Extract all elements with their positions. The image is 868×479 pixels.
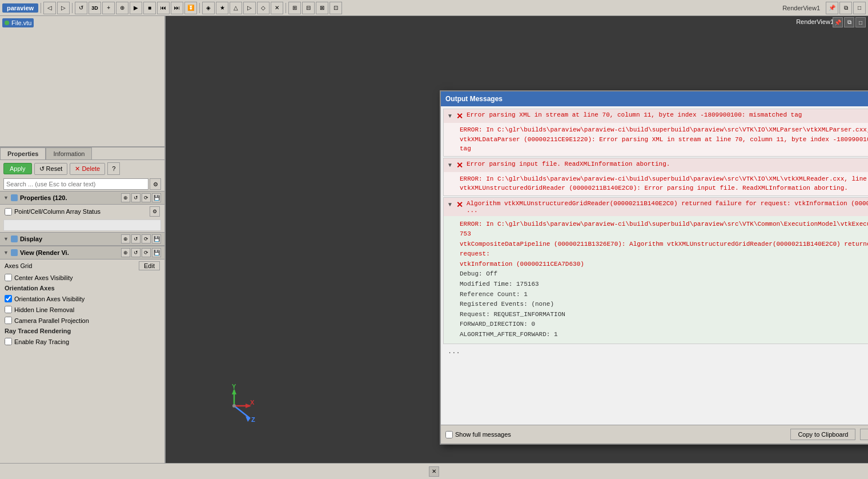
tab-properties[interactable]: Properties <box>0 147 46 159</box>
camera-parallel-checkbox[interactable] <box>5 317 12 324</box>
toolbar-btn-8[interactable]: ⏮ <box>157 2 170 14</box>
display-section-header[interactable]: ▼ Display ⊕ ↺ ⟳ 💾 <box>0 232 164 246</box>
camera-parallel-row: Camera Parallel Projection <box>0 315 164 326</box>
msg1-detail-line-2: vtkXMLDataParser (00000211CE9E1220): Err… <box>460 135 868 154</box>
ray-tracing-checkbox[interactable] <box>5 338 12 345</box>
reset-button[interactable]: ↺ Reset <box>34 163 68 175</box>
view-save-btn[interactable]: 💾 <box>152 248 161 257</box>
msg3-detail-line-10: ALGORITHM_AFTER_FORWARD: 1 <box>460 330 868 340</box>
toolbar-separator-2 <box>72 3 73 13</box>
message-item-1: ▼ ✕ Error parsing XML in stream at line … <box>443 109 868 157</box>
toolbar-btn-6[interactable]: ▶ <box>130 2 142 14</box>
toolbar-btn-4[interactable]: + <box>102 2 115 14</box>
tab-information[interactable]: Information <box>46 147 92 159</box>
props-refresh-btn[interactable]: ⟳ <box>142 193 151 202</box>
rv-restore-btn[interactable]: ⧉ <box>844 17 854 27</box>
toolbar-btn-18[interactable]: ⊟ <box>302 2 315 14</box>
rv-max-btn[interactable]: □ <box>855 17 866 27</box>
msg3-detail-line-5: Modified Time: 175163 <box>460 280 868 290</box>
props-restore-btn[interactable]: ↺ <box>131 193 140 202</box>
toolbar-separator-3 <box>199 3 200 13</box>
msg2-expand-icon: ▼ <box>447 162 453 168</box>
center-axes-row: Center Axes Visibility <box>0 272 164 283</box>
hidden-line-checkbox[interactable] <box>5 306 12 313</box>
toolbar-3d-btn[interactable]: 3D <box>89 2 101 14</box>
view-color-block <box>11 249 18 256</box>
toolbar-btn-7[interactable]: ■ <box>143 2 156 14</box>
toolbar-btn-19[interactable]: ⊠ <box>316 2 328 14</box>
message-detail-1: ERROR: In C:\glr\builds\paraview\paravie… <box>444 123 868 156</box>
show-full-messages-checkbox[interactable] <box>445 431 453 438</box>
toolbar-btn-12[interactable]: ★ <box>216 2 228 14</box>
msg1-error-icon: ✕ <box>456 111 463 121</box>
pipeline-item-label: File.vtu <box>11 19 31 26</box>
toolbar-reset-btn[interactable]: ↺ <box>75 2 87 14</box>
display-save-btn[interactable]: 💾 <box>152 234 161 244</box>
tab-bar: Properties Information <box>0 147 164 160</box>
properties-section-header[interactable]: ▼ Properties (120. ⊕ ↺ ⟳ 💾 <box>0 191 164 205</box>
properties-collapse-arrow: ▼ <box>3 195 9 201</box>
orientation-axes-visibility-checkbox[interactable] <box>5 295 12 302</box>
axes-grid-row: Axes Grid Edit <box>0 260 164 272</box>
message-header-3[interactable]: ▼ ✕ Algorithm vtkXMLUnstructuredGridRead… <box>444 198 868 216</box>
properties-section-label: Properties (120. <box>20 194 67 201</box>
toolbar-btn-15[interactable]: ◇ <box>257 2 270 14</box>
toolbar-btn-5[interactable]: ⊕ <box>116 2 128 14</box>
ray-tracing-label: Enable Ray Tracing <box>14 338 69 345</box>
toolbar-back-btn[interactable]: ◁ <box>43 2 56 14</box>
toolbar-window-restore[interactable]: ⧉ <box>839 2 852 14</box>
display-copy-btn[interactable]: ⊕ <box>121 234 130 244</box>
apply-button[interactable]: Apply <box>3 163 32 174</box>
toolbar-btn-16[interactable]: ✕ <box>271 2 283 14</box>
dialog-title: Output Messages <box>445 95 503 103</box>
orientation-axes-section: Orientation Axes <box>0 283 164 293</box>
toolbar-btn-20[interactable]: ⊡ <box>329 2 342 14</box>
toolbar-btn-10[interactable]: ⏬ <box>184 2 197 14</box>
search-input[interactable] <box>3 178 148 190</box>
point-cell-settings-btn[interactable]: ⚙ <box>150 206 160 217</box>
toolbar-btn-17[interactable]: ⊞ <box>288 2 301 14</box>
toolbar-forward-btn[interactable]: ▷ <box>57 2 70 14</box>
render-area: RenderView1 📌 ⧉ □ Z Y X <box>166 16 868 463</box>
msg1-detail-line-1: ERROR: In C:\glr\builds\paraview\paravie… <box>460 125 868 135</box>
toolbar-window-max[interactable]: □ <box>853 2 866 14</box>
msg3-detail-line-6: Reference Count: 1 <box>460 290 868 300</box>
msg3-detail-line-7: Registered Events: (none) <box>460 300 868 310</box>
copy-clipboard-btn[interactable]: Copy to Clipboard <box>790 429 855 440</box>
view-copy-btn[interactable]: ⊕ <box>121 248 130 257</box>
display-restore-btn[interactable]: ↺ <box>131 234 140 244</box>
view-restore-btn[interactable]: ↺ <box>131 248 140 257</box>
axes-grid-edit-btn[interactable]: Edit <box>139 261 160 270</box>
save-to-file-btn[interactable]: Save to File... <box>860 429 868 440</box>
msg3-detail-line-1: ERROR: In C:\glr\builds\paraview\paravie… <box>460 219 868 240</box>
axes-widget: Z Y X <box>211 383 257 429</box>
toolbar-btn-9[interactable]: ⏭ <box>171 2 183 14</box>
props-save-btn[interactable]: 💾 <box>152 193 161 202</box>
props-copy-btn[interactable]: ⊕ <box>121 193 130 202</box>
display-refresh-btn[interactable]: ⟳ <box>142 234 151 244</box>
view-section-label: View (Render Vi. <box>20 249 69 256</box>
toolbar-window-pin[interactable]: 📌 <box>826 2 838 14</box>
center-axes-checkbox[interactable] <box>5 274 12 281</box>
delete-button[interactable]: ✕ Delete <box>70 163 105 175</box>
help-button[interactable]: ? <box>107 162 120 175</box>
toolbar-separator-1 <box>41 3 41 13</box>
toolbar-btn-14[interactable]: ▷ <box>243 2 256 14</box>
show-full-messages-label: Show full messages <box>455 431 511 438</box>
render-view-controls: 📌 ⧉ □ <box>833 17 866 27</box>
center-axes-label: Center Axes Visibility <box>14 274 73 281</box>
action-row: Apply ↺ Reset ✕ Delete ? <box>0 160 164 177</box>
pipeline-status-dot <box>5 21 9 25</box>
rv-pin-btn[interactable]: 📌 <box>833 17 843 27</box>
status-close-btn[interactable]: ✕ <box>429 466 439 477</box>
message-header-2[interactable]: ▼ ✕ Error parsing input file. ReadXMLInf… <box>444 158 868 172</box>
toolbar-btn-13[interactable]: △ <box>230 2 242 14</box>
view-section-header[interactable]: ▼ View (Render Vi. ⊕ ↺ ⟳ 💾 <box>0 246 164 260</box>
toolbar-btn-11[interactable]: ◈ <box>202 2 215 14</box>
msg1-header-text: Error parsing XML in stream at line 70, … <box>467 111 868 118</box>
message-header-1[interactable]: ▼ ✕ Error parsing XML in stream at line … <box>444 109 868 123</box>
point-cell-checkbox[interactable] <box>5 208 12 215</box>
search-settings-btn[interactable]: ⚙ <box>150 178 161 190</box>
view-refresh-btn[interactable]: ⟳ <box>142 248 151 257</box>
pipeline-item[interactable]: File.vtu <box>2 18 34 27</box>
